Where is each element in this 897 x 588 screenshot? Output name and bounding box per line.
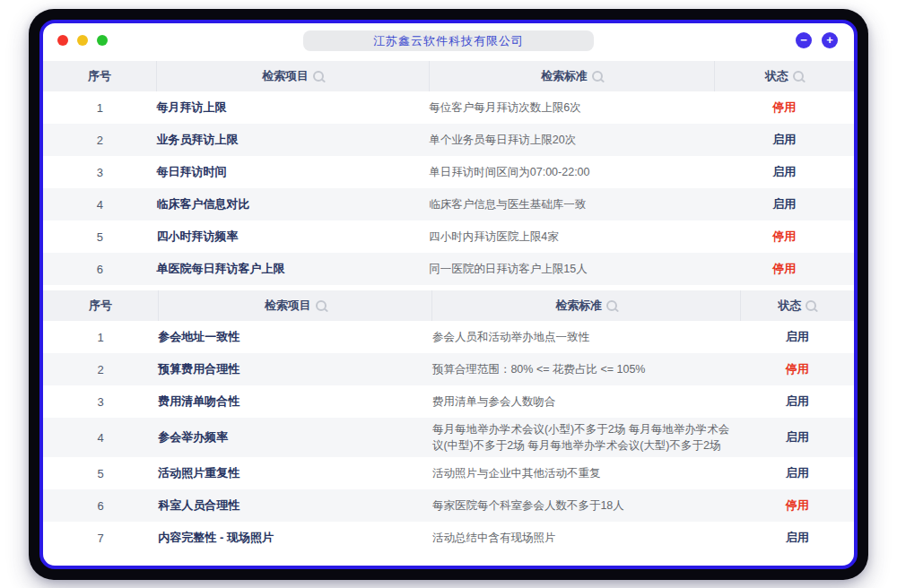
rule-item-cell: 预算费用合理性: [158, 353, 432, 385]
column-header-label: 检索项目: [265, 298, 311, 312]
table-row: 1参会地址一致性参会人员和活动举办地点一致性启用: [43, 321, 854, 353]
rule-standard-cell: 每家医院每个科室参会人数不多于18人: [432, 489, 741, 522]
rule-status-cell: 停用: [714, 91, 854, 124]
column-header-label: 检索标准: [541, 69, 588, 82]
window-action-buttons: − +: [796, 32, 854, 48]
rule-item-cell: 每日拜访时间: [157, 156, 430, 188]
table-row: 3每日拜访时间单日拜访时间区间为07:00-22:00启用: [43, 156, 854, 188]
rule-standard-cell: 单日拜访时间区间为07:00-22:00: [429, 156, 714, 188]
table-row: 2预算费用合理性预算合理范围：80% <= 花费占比 <= 105%停用: [43, 353, 854, 385]
column-header-label: 状态: [778, 298, 801, 312]
window-bezel: 江苏鑫云软件科技有限公司 − + 序号检索项目检索标准状态1每月拜访上限每位客户…: [29, 9, 868, 580]
row-number-cell: 2: [43, 124, 157, 156]
rule-item-cell: 业务员拜访上限: [157, 124, 430, 156]
table-row: 6单医院每日拜访客户上限同一医院的日拜访客户上限15人停用: [43, 253, 854, 285]
minus-button[interactable]: −: [796, 32, 812, 48]
close-button[interactable]: [57, 35, 68, 46]
rule-standard-cell: 参会人员和活动举办地点一致性: [432, 321, 741, 353]
column-header-label: 状态: [765, 69, 788, 82]
rule-item-cell: 内容完整性 - 现场照片: [158, 522, 432, 554]
table-row: 6科室人员合理性每家医院每个科室参会人数不多于18人停用: [43, 489, 854, 522]
search-icon[interactable]: [316, 300, 327, 311]
rule-standard-cell: 每位客户每月拜访次数上限6次: [429, 91, 714, 124]
rules-table-2: 序号检索项目检索标准状态1参会地址一致性参会人员和活动举办地点一致性启用2预算费…: [43, 290, 854, 554]
header-row: 序号检索项目检索标准状态: [43, 61, 854, 91]
column-header-label: 序号: [89, 298, 112, 312]
row-number-cell: 7: [43, 522, 158, 554]
rule-item-cell: 单医院每日拜访客户上限: [157, 253, 430, 285]
rule-item-cell: 参会地址一致性: [158, 321, 432, 353]
row-number-cell: 4: [43, 418, 158, 457]
search-icon[interactable]: [806, 300, 816, 311]
rule-status-cell: 启用: [714, 124, 854, 156]
row-number-cell: 2: [43, 353, 158, 385]
row-number-cell: 6: [43, 253, 157, 285]
search-icon[interactable]: [313, 71, 324, 82]
row-number-cell: 6: [43, 489, 158, 522]
rule-item-cell: 参会举办频率: [158, 418, 432, 457]
column-header-status[interactable]: 状态: [740, 290, 854, 321]
row-number-cell: 1: [43, 321, 158, 353]
column-header-no[interactable]: 序号: [43, 290, 158, 321]
column-header-label: 检索项目: [262, 69, 309, 82]
rule-standard-cell: 活动总结中含有现场照片: [432, 522, 741, 554]
app-window: 江苏鑫云软件科技有限公司 − + 序号检索项目检索标准状态1每月拜访上限每位客户…: [39, 20, 858, 569]
plus-button[interactable]: +: [822, 32, 838, 48]
rule-item-cell: 活动照片重复性: [158, 457, 432, 489]
minimize-button[interactable]: [77, 35, 88, 46]
rule-status-cell: 启用: [740, 418, 854, 457]
rule-item-cell: 四小时拜访频率: [157, 220, 430, 253]
row-number-cell: 1: [43, 91, 157, 124]
row-number-cell: 4: [43, 188, 157, 220]
search-icon[interactable]: [793, 71, 804, 82]
table-row: 5活动照片重复性活动照片与企业中其他活动不重复启用: [43, 457, 854, 489]
rule-item-cell: 临床客户信息对比: [157, 188, 430, 220]
rule-status-cell: 启用: [740, 321, 854, 353]
row-number-cell: 3: [43, 156, 157, 188]
rules-table-1: 序号检索项目检索标准状态1每月拜访上限每位客户每月拜访次数上限6次停用2业务员拜…: [43, 61, 854, 285]
column-header-item[interactable]: 检索项目: [157, 61, 430, 91]
tables-root: 序号检索项目检索标准状态1每月拜访上限每位客户每月拜访次数上限6次停用2业务员拜…: [43, 61, 854, 554]
table-row: 3费用清单吻合性费用清单与参会人数吻合启用: [43, 385, 854, 418]
rule-standard-cell: 预算合理范围：80% <= 花费占比 <= 105%: [432, 353, 741, 385]
row-number-cell: 3: [43, 385, 158, 418]
row-number-cell: 5: [43, 457, 158, 489]
rule-status-cell: 停用: [740, 489, 854, 522]
rule-standard-cell: 临床客户信息与医生基础库一致: [429, 188, 714, 220]
rule-item-cell: 每月拜访上限: [157, 91, 430, 124]
column-header-standard[interactable]: 检索标准: [429, 61, 714, 91]
traffic-lights: [43, 35, 108, 46]
titlebar: 江苏鑫云软件科技有限公司 − +: [43, 23, 854, 57]
table-row: 4临床客户信息对比临床客户信息与医生基础库一致启用: [43, 188, 854, 220]
column-header-no[interactable]: 序号: [43, 61, 157, 91]
rule-standard-cell: 活动照片与企业中其他活动不重复: [432, 457, 741, 489]
rule-status-cell: 启用: [740, 522, 854, 554]
search-icon[interactable]: [606, 300, 617, 311]
rule-standard-cell: 费用清单与参会人数吻合: [432, 385, 741, 418]
rule-standard-cell: 四小时内拜访医院上限4家: [429, 220, 714, 253]
rule-standard-cell: 同一医院的日拜访客户上限15人: [429, 253, 714, 285]
rule-status-cell: 启用: [714, 156, 854, 188]
column-header-label: 序号: [88, 69, 111, 82]
zoom-button[interactable]: [97, 35, 108, 46]
rule-standard-cell: 单个业务员每日拜访上限20次: [429, 124, 714, 156]
rule-item-cell: 费用清单吻合性: [158, 385, 432, 418]
table-row: 2业务员拜访上限单个业务员每日拜访上限20次启用: [43, 124, 854, 156]
rule-status-cell: 停用: [740, 353, 854, 385]
table-row: 7内容完整性 - 现场照片活动总结中含有现场照片启用: [43, 522, 854, 554]
column-header-label: 检索标准: [555, 298, 602, 312]
rule-item-cell: 科室人员合理性: [158, 489, 432, 522]
column-header-standard[interactable]: 检索标准: [432, 290, 741, 321]
column-header-item[interactable]: 检索项目: [158, 290, 432, 321]
rule-status-cell: 启用: [740, 457, 854, 489]
table-row: 1每月拜访上限每位客户每月拜访次数上限6次停用: [43, 91, 854, 124]
column-header-status[interactable]: 状态: [714, 61, 854, 91]
window-title: 江苏鑫云软件科技有限公司: [303, 30, 594, 51]
search-icon[interactable]: [592, 71, 603, 82]
header-row: 序号检索项目检索标准状态: [43, 290, 854, 321]
rule-status-cell: 启用: [740, 385, 854, 418]
rule-standard-cell: 每月每地举办学术会议(小型)不多于2场 每月每地举办学术会议(中型)不多于2场 …: [432, 418, 741, 457]
rule-status-cell: 停用: [714, 253, 854, 285]
table-row: 4参会举办频率每月每地举办学术会议(小型)不多于2场 每月每地举办学术会议(中型…: [43, 418, 854, 457]
table-row: 5四小时拜访频率四小时内拜访医院上限4家停用: [43, 220, 854, 253]
